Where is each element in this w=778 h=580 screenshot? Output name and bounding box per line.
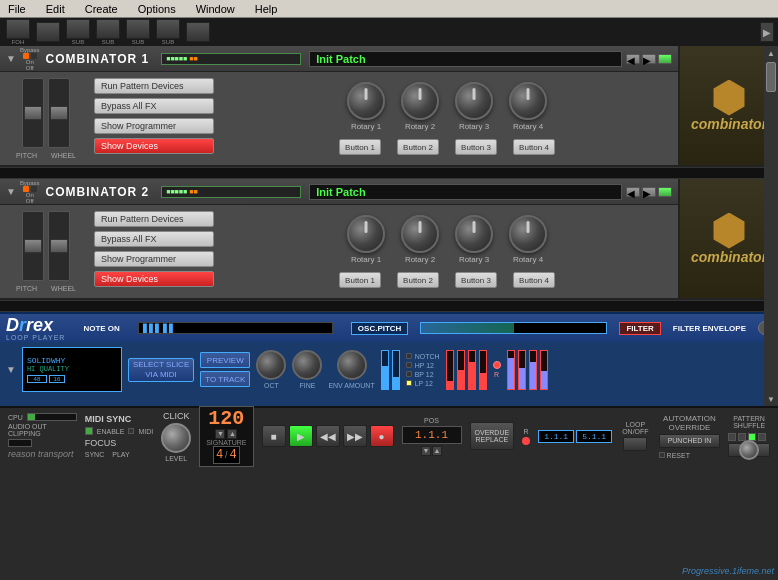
rack-module-3[interactable] (66, 19, 90, 39)
drex-rs3-slider[interactable] (529, 350, 537, 390)
drex-notch-btn[interactable]: NOTCH (406, 353, 440, 360)
combinator2-run-pattern[interactable]: Run Pattern Devices (94, 211, 214, 227)
combinator2-rotary1[interactable] (347, 215, 385, 253)
drex-filter-freq-slider[interactable] (381, 350, 389, 390)
menu-window[interactable]: Window (192, 2, 239, 16)
scroll-thumb[interactable] (766, 62, 776, 92)
combinator1-rotary4[interactable] (509, 82, 547, 120)
combinator2-wheel-slider[interactable] (48, 211, 70, 281)
drex-env-r-slider[interactable] (479, 350, 487, 390)
drex-oct-knob[interactable] (256, 350, 286, 380)
menu-file[interactable]: File (4, 2, 30, 16)
drex-select-slice-button[interactable]: SELECT SLICE VIA MIDI (128, 358, 194, 382)
combinator1-show-programmer[interactable]: Show Programmer (94, 118, 214, 134)
drex-env-a-slider[interactable] (446, 350, 454, 390)
combinator2-button2[interactable]: Button 2 (397, 272, 439, 288)
combinator1-patch-name: Init Patch (316, 53, 366, 65)
drex-env-s-slider[interactable] (468, 350, 476, 390)
menu-edit[interactable]: Edit (42, 2, 69, 16)
combinator2-button1[interactable]: Button 1 (339, 272, 381, 288)
combinator2-button4[interactable]: Button 4 (513, 272, 555, 288)
combinator1-button3[interactable]: Button 3 (455, 139, 497, 155)
pattern-shuffle-knob-btn[interactable] (728, 443, 770, 457)
midi-sync-label: MIDI SYNC (85, 414, 153, 424)
combinator1-run-pattern[interactable]: Run Pattern Devices (94, 78, 214, 94)
rack-module-6[interactable] (156, 19, 180, 39)
drex-filter-res-slider[interactable] (392, 350, 400, 390)
scroll-up-button[interactable]: ▲ (764, 46, 778, 60)
combinator1-bypass-fx[interactable]: Bypass All FX (94, 98, 214, 114)
rewind-button[interactable]: ◀◀ (316, 425, 340, 447)
forward-button[interactable]: ▶▶ (343, 425, 367, 447)
drex-env-d-slider[interactable] (457, 350, 465, 390)
rack-scroll-button[interactable]: ▶ (760, 22, 774, 42)
overdue-replace-button[interactable]: OVERDUE REPLACE (470, 422, 515, 450)
combinator2-prev-patch[interactable]: ◀ (626, 187, 640, 197)
combinator1-mini-buttons: ◀ ▶ (626, 54, 672, 64)
combinator2-logo-side: combinator (678, 179, 778, 298)
combinator2-save-patch[interactable] (658, 187, 672, 197)
combinator1-rotary1[interactable] (347, 82, 385, 120)
play-button[interactable]: ▶ (289, 425, 313, 447)
scroll-down-button[interactable]: ▼ (764, 392, 778, 406)
rack-module-2[interactable] (36, 22, 60, 42)
drex-preview-button[interactable]: PREVIEW (200, 352, 250, 368)
rack-module-1[interactable] (6, 19, 30, 39)
drex-to-track-button[interactable]: TO TRACK (200, 371, 250, 387)
combinator1-button2[interactable]: Button 2 (397, 139, 439, 155)
cpu-label: CPU (8, 414, 23, 421)
combinator1-next-patch[interactable]: ▶ (642, 54, 656, 64)
combinator2-rotary2[interactable] (401, 215, 439, 253)
combinator2-rotary4[interactable] (509, 215, 547, 253)
shuffle-knob[interactable] (739, 440, 759, 460)
drex-fine-knob[interactable] (292, 350, 322, 380)
pos-up[interactable]: ▲ (432, 446, 442, 456)
pos-down[interactable]: ▼ (421, 446, 431, 456)
drex-right-sliders (507, 350, 548, 390)
combinator2-rotary3[interactable] (455, 215, 493, 253)
rack-module-7[interactable] (186, 22, 210, 42)
drex-rs1-slider[interactable] (507, 350, 515, 390)
scroll-track[interactable] (764, 94, 778, 392)
drex-rs4-slider[interactable] (540, 350, 548, 390)
drex-env-knob[interactable] (337, 350, 367, 380)
combinator2-button3[interactable]: Button 3 (455, 272, 497, 288)
combinator2-show-programmer[interactable]: Show Programmer (94, 251, 214, 267)
combinator2-bypass-fx[interactable]: Bypass All FX (94, 231, 214, 247)
level-knob[interactable] (161, 423, 191, 453)
main-scrollbar[interactable]: ▲ ▼ (764, 46, 778, 406)
menu-create[interactable]: Create (81, 2, 122, 16)
combinator1-expand[interactable]: ▼ (6, 53, 16, 64)
record-button[interactable]: ● (370, 425, 394, 447)
midi-checkbox[interactable] (128, 428, 134, 434)
stop-button[interactable]: ■ (262, 425, 286, 447)
drex-bp12-btn[interactable]: BP 12 (406, 371, 440, 378)
rack-module-4[interactable] (96, 19, 120, 39)
tempo-up[interactable]: ▲ (227, 429, 237, 439)
combinator1-rotary3[interactable] (455, 82, 493, 120)
combinator2-pitch-slider[interactable] (22, 211, 44, 281)
combinator1-button1[interactable]: Button 1 (339, 139, 381, 155)
combinator1-show-devices[interactable]: Show Devices (94, 138, 214, 154)
combinator1-save-patch[interactable] (658, 54, 672, 64)
drex-expand-button[interactable]: ▼ (6, 364, 16, 375)
combinator1-button4[interactable]: Button 4 (513, 139, 555, 155)
rack-module-5[interactable] (126, 19, 150, 39)
drex-rs2-slider[interactable] (518, 350, 526, 390)
menu-help[interactable]: Help (251, 2, 282, 16)
menu-options[interactable]: Options (134, 2, 180, 16)
combinator1-pitch-slider[interactable] (22, 78, 44, 148)
combinator1-wheel-slider[interactable] (48, 78, 70, 148)
combinator1-prev-patch[interactable]: ◀ (626, 54, 640, 64)
combinator2-show-devices[interactable]: Show Devices (94, 271, 214, 287)
tempo-down[interactable]: ▼ (215, 429, 225, 439)
combinator2-expand[interactable]: ▼ (6, 186, 16, 197)
combinator2-next-patch[interactable]: ▶ (642, 187, 656, 197)
reset-checkbox[interactable] (659, 452, 665, 458)
combinator1-rotary2[interactable] (401, 82, 439, 120)
drex-hp12-btn[interactable]: HP 12 (406, 362, 440, 369)
automation-btn[interactable]: PUNCHED IN (659, 434, 721, 448)
drex-lp12-btn[interactable]: LP 12 (406, 380, 440, 387)
loop-toggle-button[interactable] (623, 437, 647, 451)
enable-checkbox[interactable] (85, 427, 93, 435)
